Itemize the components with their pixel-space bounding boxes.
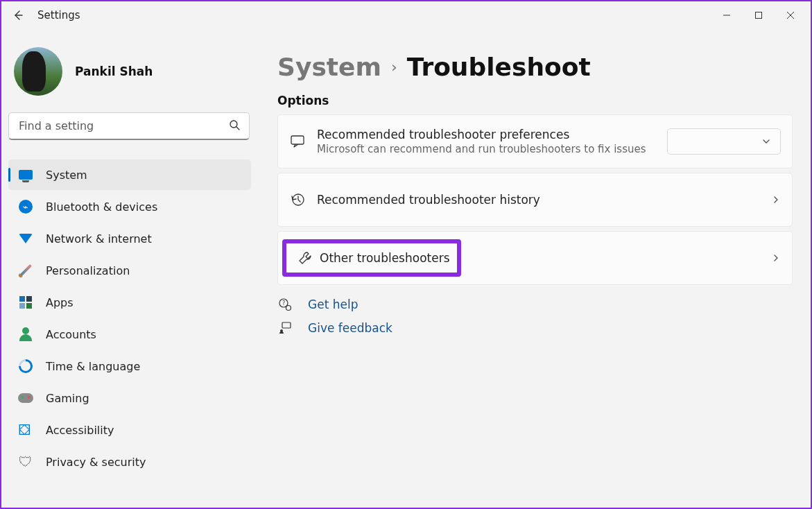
section-title: Options bbox=[277, 94, 793, 107]
sidebar-item-personalization[interactable]: Personalization bbox=[8, 255, 251, 286]
network-icon bbox=[18, 231, 33, 246]
sidebar-item-label: System bbox=[46, 169, 87, 182]
bluetooth-icon: ⌁ bbox=[18, 199, 33, 214]
system-icon bbox=[18, 167, 33, 182]
card-subtitle: Microsoft can recommend and run troubles… bbox=[317, 143, 667, 155]
chevron-down-icon bbox=[762, 137, 770, 146]
preference-dropdown[interactable] bbox=[667, 128, 781, 155]
breadcrumb-current: Troubleshoot bbox=[407, 53, 591, 81]
card-title: Recommended troubleshooter history bbox=[317, 193, 760, 207]
chevron-right-icon: › bbox=[391, 58, 397, 76]
wrench-icon bbox=[291, 250, 320, 266]
sidebar-item-label: Accessibility bbox=[46, 424, 114, 437]
svg-point-5 bbox=[286, 306, 291, 311]
sidebar-item-accounts[interactable]: Accounts bbox=[8, 319, 251, 350]
card-troubleshooter-history[interactable]: Recommended troubleshooter history bbox=[277, 173, 793, 227]
sidebar-item-gaming[interactable]: Gaming bbox=[8, 383, 251, 413]
titlebar: Settings bbox=[1, 1, 811, 29]
sidebar-item-accessibility[interactable]: ⛋ Accessibility bbox=[8, 415, 251, 445]
sidebar-item-label: Accounts bbox=[46, 328, 96, 341]
card-troubleshooter-preferences[interactable]: Recommended troubleshooter preferences M… bbox=[277, 114, 793, 169]
comment-icon bbox=[278, 134, 317, 149]
sidebar-item-label: Apps bbox=[46, 296, 74, 309]
svg-text:?: ? bbox=[282, 300, 285, 307]
apps-icon bbox=[18, 295, 33, 310]
privacy-icon: 🛡 bbox=[18, 454, 33, 469]
sidebar-item-network[interactable]: Network & internet bbox=[8, 223, 251, 254]
card-title: Other troubleshooters bbox=[320, 251, 450, 265]
help-icon: ? bbox=[277, 297, 293, 311]
give-feedback-link[interactable]: Give feedback bbox=[308, 321, 392, 335]
profile-button[interactable]: Pankil Shah bbox=[8, 36, 251, 112]
nav: System ⌁ Bluetooth & devices Network & i… bbox=[8, 159, 251, 477]
get-help-link[interactable]: Get help bbox=[308, 297, 358, 311]
feedback-icon bbox=[277, 321, 293, 335]
sidebar-item-privacy[interactable]: 🛡 Privacy & security bbox=[8, 447, 251, 477]
personalization-icon bbox=[18, 263, 33, 278]
accessibility-icon: ⛋ bbox=[18, 422, 33, 438]
svg-rect-6 bbox=[282, 322, 291, 328]
svg-point-1 bbox=[230, 121, 237, 128]
chevron-right-icon bbox=[760, 254, 792, 262]
svg-rect-0 bbox=[756, 12, 762, 19]
svg-rect-2 bbox=[291, 136, 304, 144]
avatar bbox=[14, 47, 62, 96]
search-input[interactable] bbox=[8, 112, 250, 140]
window-title: Settings bbox=[37, 9, 80, 21]
sidebar-item-label: Network & internet bbox=[46, 232, 152, 245]
sidebar-item-label: Bluetooth & devices bbox=[46, 200, 157, 214]
sidebar-item-label: Privacy & security bbox=[46, 456, 146, 469]
back-button[interactable] bbox=[6, 3, 31, 28]
sidebar-item-apps[interactable]: Apps bbox=[8, 287, 251, 318]
sidebar-item-bluetooth[interactable]: ⌁ Bluetooth & devices bbox=[8, 191, 251, 222]
sidebar-item-label: Time & language bbox=[46, 360, 140, 373]
profile-name: Pankil Shah bbox=[75, 64, 153, 78]
breadcrumb: System › Troubleshoot bbox=[277, 53, 793, 81]
content: System › Troubleshoot Options Recommende… bbox=[251, 29, 811, 508]
minimize-button[interactable] bbox=[711, 1, 743, 29]
time-language-icon bbox=[18, 359, 33, 374]
close-button[interactable] bbox=[775, 1, 806, 29]
accounts-icon bbox=[18, 327, 33, 342]
card-title: Recommended troubleshooter preferences bbox=[317, 128, 667, 141]
feedback-link-row: Give feedback bbox=[277, 321, 793, 335]
sidebar-item-label: Personalization bbox=[46, 264, 130, 277]
sidebar-item-label: Gaming bbox=[46, 392, 89, 405]
help-link-row: ? Get help bbox=[277, 297, 793, 311]
maximize-button[interactable] bbox=[743, 1, 775, 29]
search-icon bbox=[229, 119, 240, 133]
sidebar-item-system[interactable]: System bbox=[8, 159, 251, 190]
history-icon bbox=[278, 192, 317, 207]
chevron-right-icon bbox=[760, 196, 792, 204]
card-other-troubleshooters[interactable]: Other troubleshooters bbox=[277, 231, 793, 285]
gaming-icon bbox=[18, 390, 33, 406]
breadcrumb-parent[interactable]: System bbox=[277, 53, 381, 81]
sidebar: Pankil Shah System ⌁ Bluetooth & devices… bbox=[1, 29, 251, 508]
sidebar-item-time-language[interactable]: Time & language bbox=[8, 351, 251, 381]
